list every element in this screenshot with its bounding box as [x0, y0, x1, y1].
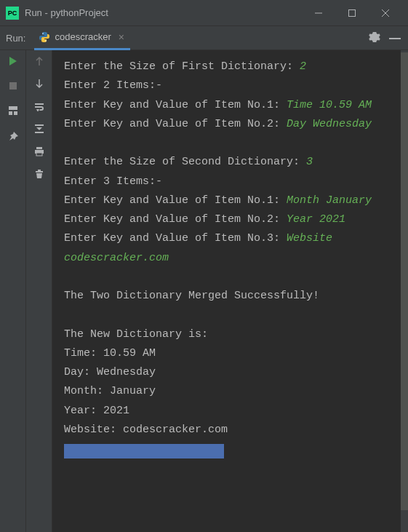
trash-icon[interactable]	[35, 169, 44, 181]
minimize-button[interactable]	[302, 0, 335, 26]
run-panel: Enter the Size of First Dictionary: 2 En…	[0, 50, 408, 532]
run-tab-bar: Run: codescracker ×	[0, 26, 408, 50]
user-input: Time 10.59 AM	[287, 99, 372, 111]
output-line: Website: codescracker.com	[64, 421, 402, 440]
run-tab[interactable]: codescracker ×	[34, 26, 130, 50]
left-gutter-2	[26, 50, 52, 532]
output-line: The New Dictionary is:	[64, 325, 402, 344]
window-controls	[302, 0, 402, 26]
close-button[interactable]	[369, 0, 402, 26]
vertical-scrollbar[interactable]	[401, 50, 408, 532]
prompt-text: Enter Key and Value of Item No.2:	[64, 118, 287, 130]
svg-rect-17	[36, 171, 43, 172]
output-line: Enter 2 Items:-	[64, 76, 402, 95]
prompt-text: Enter Key and Value of Item No.2:	[64, 213, 287, 226]
svg-rect-8	[9, 82, 17, 90]
output-line: Time: 10.59 AM	[64, 344, 402, 363]
user-input: Month January	[287, 194, 372, 207]
minimize-panel-icon[interactable]	[389, 31, 401, 45]
run-icon[interactable]	[8, 56, 18, 68]
up-arrow-icon[interactable]	[35, 56, 44, 68]
svg-rect-16	[36, 153, 42, 156]
output-line: Day: Wednesday	[64, 363, 402, 382]
soft-wrap-icon[interactable]	[34, 101, 44, 114]
user-input: Day Wednesday	[287, 118, 372, 130]
python-icon	[39, 31, 50, 43]
svg-point-4	[43, 33, 44, 34]
output-line: Enter 3 Items:-	[64, 172, 402, 191]
down-arrow-icon[interactable]	[35, 79, 44, 91]
output-line: Year: 2021	[64, 402, 402, 421]
svg-rect-10	[9, 111, 12, 115]
svg-marker-7	[9, 57, 17, 65]
prompt-text: Enter Key and Value of Item No.3:	[64, 232, 287, 245]
svg-rect-6	[389, 38, 401, 39]
output-line: Month: January	[64, 382, 402, 401]
tool-actions	[369, 31, 408, 45]
input-cursor[interactable]	[64, 444, 224, 458]
svg-rect-9	[9, 106, 17, 110]
layout-icon[interactable]	[8, 106, 18, 118]
blank-line	[64, 134, 402, 153]
output-line: The Two Dictionary Merged Successfully!	[64, 287, 402, 306]
tab-label: codescracker	[55, 31, 111, 42]
stop-icon[interactable]	[9, 82, 17, 92]
user-input: 2	[300, 60, 306, 73]
prompt-text: Enter Key and Value of Item No.1:	[64, 194, 287, 207]
prompt-text: Enter Key and Value of Item No.1:	[64, 99, 287, 111]
svg-rect-1	[349, 9, 356, 16]
user-input: Year 2021	[287, 213, 345, 226]
console-output[interactable]: Enter the Size of First Dictionary: 2 En…	[52, 50, 408, 532]
left-gutter-1	[0, 50, 26, 532]
prompt-text: Enter the Size of First Dictionary:	[64, 60, 300, 73]
prompt-text: Enter the Size of Second Dictionary:	[64, 156, 306, 168]
svg-point-5	[46, 40, 47, 41]
gear-icon[interactable]	[369, 31, 380, 45]
title-bar: PC Run - pythonProject	[0, 0, 408, 26]
blank-line	[64, 268, 402, 287]
scroll-to-end-icon[interactable]	[34, 124, 44, 136]
print-icon[interactable]	[34, 146, 44, 159]
app-icon: PC	[6, 7, 19, 20]
blank-line	[64, 306, 402, 325]
svg-rect-13	[35, 132, 44, 133]
svg-rect-18	[38, 170, 41, 171]
window-title: Run - pythonProject	[25, 7, 302, 18]
pin-icon[interactable]	[8, 131, 18, 143]
svg-rect-12	[35, 124, 44, 126]
run-label: Run:	[6, 33, 25, 44]
svg-rect-11	[14, 111, 17, 115]
scroll-thumb[interactable]	[401, 52, 408, 510]
user-input: 3	[306, 156, 313, 168]
tab-close-icon[interactable]: ×	[119, 31, 124, 43]
maximize-button[interactable]	[335, 0, 369, 26]
svg-rect-14	[36, 147, 42, 149]
